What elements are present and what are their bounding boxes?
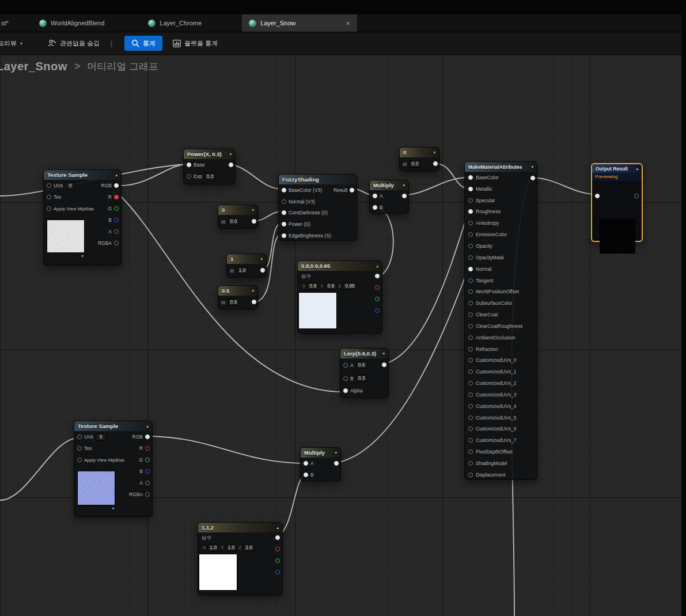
- output-pin[interactable]: [229, 162, 233, 167]
- input-pin[interactable]: [595, 194, 600, 198]
- output-pin[interactable]: [252, 300, 256, 304]
- input-pin-uvs[interactable]: [47, 183, 51, 188]
- graph-canvas[interactable]: [0, 55, 681, 616]
- uvs-value-field[interactable]: 0: [65, 182, 75, 190]
- node-header[interactable]: 0 ▾: [400, 148, 439, 157]
- node-header[interactable]: Power(X, 0.3) ▾: [184, 149, 235, 159]
- input-pin-refraction[interactable]: [468, 347, 473, 352]
- input-pin-ambientocclusion[interactable]: [468, 335, 473, 340]
- breadcrumb-graph-name[interactable]: 머티리얼 그래프: [87, 60, 158, 73]
- input-pin-normal[interactable]: [282, 199, 286, 204]
- input-pin-edgebrightness[interactable]: [282, 233, 286, 238]
- chevron-down-icon[interactable]: ▾: [252, 208, 254, 213]
- output-pin-g[interactable]: [145, 458, 150, 462]
- output-pin-result[interactable]: [350, 188, 354, 192]
- node-header[interactable]: Lerp(0.6,0.3) ▾: [340, 349, 388, 358]
- node-texture-sample-2[interactable]: Texture Sample ▴ UVs 0 Tex Apply View Mi…: [74, 421, 153, 517]
- node-header[interactable]: 0 ▾: [218, 205, 257, 215]
- node-constant-0[interactable]: 0 ▾ ▤ 0.0: [218, 205, 258, 229]
- input-pin-customizeduvs-3[interactable]: [468, 392, 473, 397]
- input-pin-basecolor[interactable]: [468, 175, 473, 180]
- input-pin-tex[interactable]: [77, 446, 82, 451]
- x-value-field[interactable]: 0.8: [307, 282, 319, 290]
- input-pin-clearcoatroughness[interactable]: [468, 324, 473, 328]
- input-pin-displacement[interactable]: [468, 473, 473, 477]
- output-pin-b[interactable]: [114, 218, 119, 222]
- output-pin[interactable]: [260, 268, 265, 273]
- node-header[interactable]: MakeMaterialAttributes ▾: [465, 162, 537, 172]
- node-constant3-snowcolor[interactable]: 0.8,0.9,0.95 ▴ 상수 X 0.8 Y 0.9 Z 0.95: [297, 260, 382, 334]
- node-header[interactable]: FuzzyShading: [279, 175, 357, 184]
- color-swatch[interactable]: [298, 292, 337, 329]
- input-pin-a[interactable]: [343, 363, 348, 368]
- output-pin[interactable]: [634, 194, 639, 198]
- input-pin-shadingmodel[interactable]: [468, 461, 473, 466]
- chevron-down-icon[interactable]: ▾: [229, 152, 232, 157]
- input-pin-b[interactable]: [304, 473, 308, 477]
- chevron-down-icon[interactable]: ▾: [433, 150, 435, 155]
- value-field[interactable]: 1.0: [237, 267, 248, 274]
- node-fuzzy-shading[interactable]: FuzzyShading BaseColor (V3) Normal (V3) …: [278, 174, 357, 241]
- node-header[interactable]: Texture Sample ▴: [44, 170, 121, 180]
- output-pin-a[interactable]: [114, 229, 119, 234]
- input-pin-worldpositionoffset[interactable]: [468, 289, 473, 294]
- uvs-value-field[interactable]: 0: [96, 433, 106, 441]
- node-header[interactable]: 1 ▾: [227, 254, 266, 264]
- output-pin[interactable]: [382, 362, 386, 367]
- output-pin-r[interactable]: [114, 195, 119, 199]
- node-multiply-1[interactable]: Multiply ▾ A B: [369, 180, 409, 214]
- output-pin-r[interactable]: [375, 285, 380, 290]
- input-pin-b[interactable]: [373, 205, 377, 210]
- output-pin-g[interactable]: [375, 297, 380, 301]
- output-pin[interactable]: [252, 219, 256, 224]
- tab-partial[interactable]: st*: [0, 14, 22, 32]
- output-pin-rgba[interactable]: [145, 492, 150, 497]
- output-pin-r[interactable]: [145, 446, 150, 451]
- input-pin-power[interactable]: [282, 222, 286, 226]
- input-pin-subsurfacecolor[interactable]: [468, 301, 473, 305]
- output-pin[interactable]: [433, 161, 438, 166]
- output-pin[interactable]: [530, 176, 535, 180]
- node-multiply-2[interactable]: Multiply ▾ A B: [300, 447, 341, 481]
- chevron-down-icon[interactable]: ▾: [531, 165, 533, 169]
- input-pin-pixeldepthoffset[interactable]: [468, 449, 473, 454]
- node-header[interactable]: 0.8,0.9,0.95 ▴: [298, 261, 382, 271]
- value-field[interactable]: 0.0: [228, 218, 240, 225]
- input-pin-customizeduvs-7[interactable]: [468, 438, 473, 443]
- output-pin-b[interactable]: [145, 469, 150, 474]
- chevron-up-icon[interactable]: ▴: [636, 167, 638, 171]
- value-field[interactable]: 0.5: [228, 298, 240, 306]
- node-header[interactable]: Multiply ▾: [301, 448, 340, 458]
- input-pin-b[interactable]: [343, 376, 348, 381]
- input-pin-customizeduvs-6[interactable]: [468, 426, 473, 431]
- input-pin-normal[interactable]: [468, 267, 473, 271]
- output-pin-g[interactable]: [114, 206, 119, 211]
- output-pin-rgb[interactable]: [114, 183, 119, 188]
- collapse-chevron-icon[interactable]: ▾: [44, 253, 121, 260]
- node-header[interactable]: 1,1,2 ▴: [198, 523, 282, 532]
- output-pin-rgba[interactable]: [114, 241, 119, 245]
- chevron-up-icon[interactable]: ▴: [146, 424, 149, 429]
- output-pin-r[interactable]: [275, 547, 280, 551]
- output-pin-rgb[interactable]: [275, 535, 280, 540]
- platform-stats-button[interactable]: 플랫폼 통계: [168, 36, 222, 51]
- b-value-field[interactable]: 0.3: [356, 375, 367, 382]
- input-pin-mipbias[interactable]: [47, 206, 51, 211]
- output-pin-rgb[interactable]: [375, 274, 380, 278]
- node-make-material-attributes[interactable]: MakeMaterialAttributes ▾ BaseColor Metal…: [464, 161, 537, 480]
- input-pin-alpha[interactable]: [343, 388, 348, 393]
- stats-button[interactable]: 통계: [124, 36, 162, 51]
- close-icon[interactable]: ×: [346, 20, 351, 27]
- input-pin-customizeduvs-5[interactable]: [468, 415, 473, 420]
- chevron-down-icon[interactable]: ▾: [252, 289, 254, 293]
- input-pin-base[interactable]: [187, 162, 191, 167]
- hide-unrelated-button[interactable]: 관련없음 숨김: [43, 36, 104, 51]
- node-header[interactable]: Texture Sample ▴: [74, 421, 152, 431]
- color-swatch[interactable]: [199, 554, 237, 591]
- output-pin-b[interactable]: [275, 570, 280, 575]
- input-pin-mipbias[interactable]: [77, 458, 82, 462]
- input-pin-customizeduvs-0[interactable]: [468, 358, 473, 362]
- node-header[interactable]: 0.5 ▾: [218, 286, 257, 296]
- chevron-down-icon[interactable]: ▾: [382, 352, 385, 356]
- node-constant-1[interactable]: 1 ▾ ▤ 1.0: [226, 254, 267, 278]
